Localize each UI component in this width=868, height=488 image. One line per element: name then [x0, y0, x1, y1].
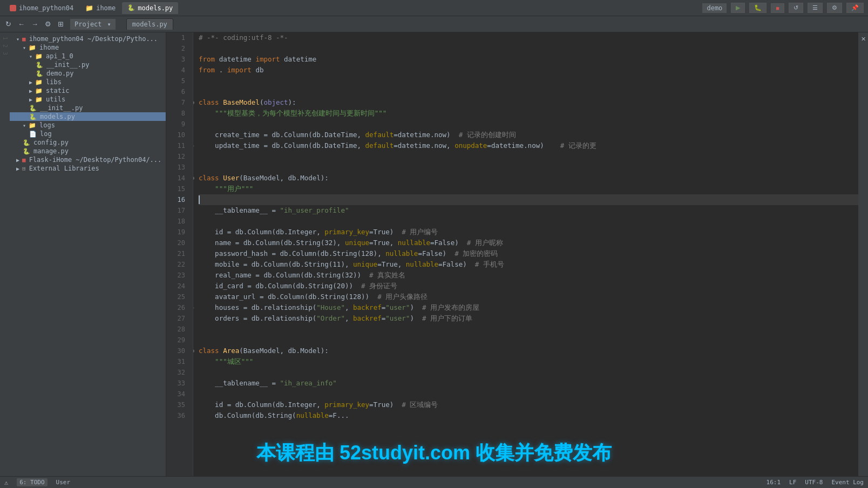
tree-api[interactable]: ▾ 📁 api_1_0: [10, 52, 166, 60]
debug-button[interactable]: 🐛: [749, 3, 767, 13]
py-file-icon: 🐍: [36, 70, 43, 77]
token: real_name = db.Column(db.String(32)): [199, 270, 369, 281]
tree-logs[interactable]: ▾ 📁 logs: [10, 121, 166, 130]
token: =datetime.now,: [394, 140, 455, 151]
code-line-36: db.Column(db.String(nullable=F...: [199, 410, 858, 421]
pin-button[interactable]: 📌: [846, 3, 864, 13]
fold-indicator-14[interactable]: ●: [193, 173, 194, 184]
token: # 真实姓名: [369, 270, 405, 281]
py-file-icon: 🐍: [23, 139, 30, 146]
ln-35: 35: [166, 399, 188, 410]
code-content[interactable]: # -*- coding:utf-8 -*- from datetime imp…: [193, 32, 858, 476]
token: "ih_user_profile": [280, 205, 349, 216]
tree-flask-label: Flask-iHome ~/Desktop/Python04/...: [29, 156, 162, 164]
fold-indicator-30[interactable]: ●: [193, 345, 194, 356]
code-line-1: # -*- coding:utf-8 -*-: [199, 32, 858, 43]
tab-ihome[interactable]: 📁 ihome: [80, 2, 121, 14]
forward-button[interactable]: →: [29, 19, 40, 29]
token: =datetime.now): [487, 140, 560, 151]
tree-demo-label: demo.py: [46, 70, 74, 77]
line-numbers: 1 2 3 4 5 6 7 8 9 10 11 12 13 14 15 16 1…: [166, 32, 193, 476]
code-line-18: [199, 216, 858, 227]
back-button[interactable]: ←: [16, 19, 27, 29]
tree-ext-libs[interactable]: ▶ ⊞ External Libraries: [10, 164, 166, 173]
expand-arrow: ▶: [29, 88, 32, 94]
token: Area: [223, 345, 239, 356]
code-line-22: mobile = db.Column(db.String(11), unique…: [199, 259, 858, 270]
fold-indicator-7[interactable]: ●: [193, 97, 194, 108]
coverage-button[interactable]: ☰: [808, 3, 823, 13]
token: =F...: [329, 410, 349, 421]
ln-17: 17: [166, 205, 188, 216]
tab-ihome-python04[interactable]: ihome_python04: [4, 2, 79, 14]
fold-indicator-26: ▷: [193, 302, 194, 313]
token: (BaseModel, db.Model):: [239, 173, 329, 184]
token: id = db.Column(db.Integer,: [199, 227, 324, 238]
ln-34: 34: [166, 389, 188, 399]
rerun-button[interactable]: ↺: [789, 3, 803, 13]
tree-init1[interactable]: 🐍 __init__.py: [10, 60, 166, 69]
tree-demo[interactable]: 🐍 demo.py: [10, 69, 166, 78]
run-config[interactable]: demo: [702, 3, 727, 13]
tree-log-label: log: [40, 130, 52, 138]
token: "ih_area_info": [280, 378, 337, 389]
todo-badge[interactable]: 6: TODO: [17, 478, 47, 486]
stop-button[interactable]: ■: [771, 3, 784, 13]
tree-manage[interactable]: 🐍 manage.py: [10, 147, 166, 155]
status-bar: ⚠ 6: TODO User 16:1 LF UTF-8 Event Log: [0, 476, 868, 488]
token: ): [410, 313, 422, 324]
settings-button[interactable]: ⚙: [827, 3, 842, 13]
tree-ihome[interactable]: ▾ 📁 ihome: [10, 43, 166, 52]
tab-models-py[interactable]: 🐍 models.py: [122, 2, 178, 14]
folder-icon: 📁: [29, 122, 36, 129]
layout-button[interactable]: ⊞: [56, 19, 66, 29]
code-line-20: name = db.Column(db.String(32), unique=T…: [199, 238, 858, 248]
gutter-label-3: 3: [2, 50, 8, 57]
tree-utils[interactable]: ▶ 📁 utils: [10, 95, 166, 104]
token: avatar_url = db.Column(db.String(128)): [199, 292, 377, 302]
token: datetime: [219, 54, 256, 65]
tree-config-label: config.py: [33, 139, 69, 146]
token: db: [255, 65, 263, 76]
ln-23: 23: [166, 270, 188, 281]
event-log[interactable]: Event Log: [831, 479, 864, 486]
tree-flask-ihome[interactable]: ▶ ■ Flask-iHome ~/Desktop/Python04/...: [10, 155, 166, 164]
py-file-icon: 🐍: [23, 148, 30, 155]
tree-init2-label: __init__.py: [40, 104, 83, 112]
code-line-14: ● class User(BaseModel, db.Model):: [199, 173, 858, 184]
status-right: 16:1 LF UTF-8 Event Log: [767, 479, 864, 486]
tree-models[interactable]: 🐍 models.py: [10, 112, 166, 121]
tree-ihome-label: ihome: [39, 44, 59, 51]
sync-button[interactable]: ↻: [3, 19, 13, 29]
expand-arrow: ▶: [16, 157, 19, 163]
code-line-27: orders = db.relationship("Order", backre…: [199, 313, 858, 324]
tree-root[interactable]: ▾ ■ ihome_python04 ~/Desktop/Pytho...: [10, 35, 166, 43]
tree-log[interactable]: 📄 log: [10, 130, 166, 138]
token: db.Column(db.String(: [199, 410, 296, 421]
right-gutter: ✕: [858, 32, 868, 476]
tree-libs[interactable]: ▶ 📁 libs: [10, 78, 166, 86]
ln-29: 29: [166, 335, 188, 345]
code-line-2: [199, 43, 858, 54]
tree-static[interactable]: ▶ 📁 static: [10, 86, 166, 95]
close-button[interactable]: ✕: [859, 35, 868, 44]
ln-1: 1: [166, 32, 188, 43]
code-line-30: ● class Area(BaseModel, db.Model):: [199, 345, 858, 356]
token: """城区""": [199, 356, 253, 367]
user-label: User: [56, 479, 71, 486]
token: # 加密的密码: [455, 248, 498, 259]
gutter-label-1: 1: [2, 35, 8, 42]
token: __tablename__ =: [199, 378, 280, 389]
expand-arrow: ▾: [23, 45, 26, 51]
code-editor[interactable]: 1 2 3 4 5 6 7 8 9 10 11 12 13 14 15 16 1…: [166, 32, 858, 476]
gear-button[interactable]: ⚙: [43, 19, 53, 29]
code-line-25: avatar_url = db.Column(db.String(128)) #…: [199, 292, 858, 302]
tree-init2[interactable]: 🐍 __init__.py: [10, 104, 166, 112]
run-button[interactable]: ▶: [731, 3, 745, 13]
token: backref: [353, 313, 382, 324]
tree-config[interactable]: 🐍 config.py: [10, 138, 166, 147]
ln-24: 24: [166, 281, 188, 292]
token: __tablename__ =: [199, 205, 280, 216]
expand-arrow: ▾: [16, 36, 19, 42]
token: =True,: [369, 238, 398, 248]
